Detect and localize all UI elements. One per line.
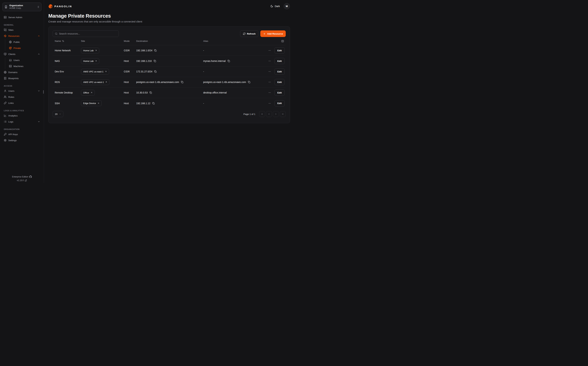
org-selector[interactable]: Organization ACME Corp. bbox=[2, 3, 41, 11]
site-link-button[interactable]: Home Lab bbox=[81, 48, 99, 53]
sidebar-item-logs[interactable]: Logs bbox=[2, 119, 41, 125]
site-label: AWS VPC us-west-1 bbox=[83, 81, 104, 84]
sidebar-item-settings[interactable]: Settings bbox=[2, 137, 41, 144]
search-input[interactable] bbox=[59, 32, 117, 35]
copy-destination-button[interactable] bbox=[153, 60, 156, 62]
site-link-button[interactable]: Office bbox=[81, 90, 95, 96]
user-avatar[interactable]: M bbox=[284, 3, 290, 9]
sidebar-item-public[interactable]: Public bbox=[6, 39, 41, 45]
add-resource-button[interactable]: Add Resource bbox=[260, 30, 286, 37]
search-box bbox=[53, 30, 119, 37]
sidebar-item-roles[interactable]: Roles bbox=[2, 94, 41, 100]
chevron-up-icon[interactable] bbox=[38, 35, 40, 37]
edit-button[interactable]: Edit bbox=[274, 69, 285, 75]
resource-name: SSH bbox=[53, 102, 79, 105]
table-row: RDS AWS VPC us-west-1 Host postgres.us-e… bbox=[53, 77, 286, 87]
row-actions-button[interactable] bbox=[268, 48, 272, 53]
column-settings-button[interactable] bbox=[280, 39, 285, 43]
table-header: Name Site Mode Destination Alias bbox=[53, 37, 286, 45]
row-actions-button[interactable] bbox=[268, 91, 272, 95]
copy-destination-button[interactable] bbox=[149, 91, 152, 94]
sidebar-item-machines[interactable]: Machines bbox=[6, 63, 41, 69]
sidebar-item-resources[interactable]: Resources bbox=[2, 33, 41, 39]
site-link-button[interactable]: AWS VPC us-west-1 bbox=[81, 79, 110, 85]
site-link-button[interactable]: Edge Device bbox=[81, 100, 102, 106]
brand: PANGOLIN bbox=[48, 4, 72, 8]
clients-subtree: Users Machines bbox=[5, 57, 41, 69]
version-link[interactable]: v1.13.0 bbox=[0, 179, 44, 182]
resource-alias: desktop.office.internal bbox=[203, 91, 227, 94]
resources-card: Refresh Add Resource Name Site Mode Dest… bbox=[48, 26, 290, 123]
site-link-button[interactable]: AWS VPC us-east-1 bbox=[81, 69, 109, 75]
copy-alias-button[interactable] bbox=[227, 60, 230, 62]
row-actions-button[interactable] bbox=[268, 69, 272, 74]
sidebar-item-label: Machines bbox=[14, 65, 40, 68]
chart-line-icon bbox=[4, 114, 7, 117]
combine-icon bbox=[4, 29, 7, 31]
chevron-down-icon[interactable] bbox=[38, 121, 40, 123]
theme-toggle[interactable]: Dark bbox=[270, 5, 280, 8]
refresh-button[interactable]: Refresh bbox=[240, 30, 258, 37]
resource-mode: CIDR bbox=[122, 70, 134, 73]
sidebar-item-users[interactable]: Users bbox=[2, 88, 41, 94]
edition-label: Enterprise Edition bbox=[12, 175, 29, 178]
sidebar-item-analytics[interactable]: Analytics bbox=[2, 113, 41, 119]
sidebar-item-sites[interactable]: Sites bbox=[2, 27, 41, 33]
sidebar-scrollbar-thumb[interactable] bbox=[43, 90, 44, 94]
arrow-up-right-icon bbox=[95, 49, 97, 52]
theme-label: Dark bbox=[275, 5, 280, 8]
resource-mode: Host bbox=[122, 81, 134, 84]
server-icon bbox=[9, 65, 12, 68]
sidebar-item-blueprints[interactable]: Blueprints bbox=[2, 75, 41, 81]
sort-by-name-button[interactable]: Name bbox=[55, 40, 64, 42]
copy-destination-button[interactable] bbox=[154, 70, 157, 73]
row-actions-button[interactable] bbox=[268, 59, 272, 63]
sidebar-item-server-admin[interactable]: Server Admin bbox=[2, 14, 41, 20]
sidebar-nav: Server Admin GENERAL Sites Resources Pub… bbox=[2, 14, 41, 144]
site-label: Office bbox=[83, 92, 89, 94]
table-row: Remote Desktop Office Host 10.30.0.53 de… bbox=[53, 87, 286, 98]
sidebar-item-api-keys[interactable]: API Keys bbox=[2, 131, 41, 137]
pangolin-logo-icon bbox=[48, 4, 53, 8]
site-link-button[interactable]: Home Lab bbox=[81, 58, 99, 64]
resource-name: Remote Desktop bbox=[53, 91, 79, 94]
globe-lock-icon bbox=[9, 47, 12, 49]
first-page-button[interactable] bbox=[259, 111, 265, 117]
page-info: Page 1 of 1 bbox=[243, 113, 255, 115]
last-page-button[interactable] bbox=[280, 111, 286, 117]
resource-mode: Host bbox=[122, 60, 134, 62]
sidebar-item-clients[interactable]: Clients bbox=[2, 51, 41, 57]
sidebar-item-label: Server Admin bbox=[8, 16, 40, 19]
column-header-destination: Destination bbox=[134, 40, 201, 42]
row-actions-button[interactable] bbox=[268, 80, 272, 84]
copy-destination-button[interactable] bbox=[181, 81, 184, 84]
row-actions-button[interactable] bbox=[268, 101, 272, 105]
topbar: PANGOLIN Dark M bbox=[44, 0, 294, 9]
resource-alias: - bbox=[203, 49, 204, 52]
copy-destination-button[interactable] bbox=[152, 102, 155, 105]
pagination: 20 Page 1 of 1 bbox=[53, 108, 286, 120]
copy-destination-button[interactable] bbox=[154, 49, 157, 52]
edit-button[interactable]: Edit bbox=[274, 47, 285, 53]
site-label: Home Lab bbox=[83, 60, 94, 62]
sidebar-item-private[interactable]: Private bbox=[6, 45, 41, 51]
previous-page-button[interactable] bbox=[266, 111, 272, 117]
edition-link[interactable]: Enterprise Edition bbox=[0, 175, 44, 178]
chevron-up-icon[interactable] bbox=[38, 53, 40, 55]
copy-alias-button[interactable] bbox=[248, 81, 251, 84]
edit-button[interactable]: Edit bbox=[274, 100, 285, 107]
resource-mode: Host bbox=[122, 102, 134, 105]
sidebar-item-label: API Keys bbox=[8, 133, 40, 136]
edit-button[interactable]: Edit bbox=[274, 90, 285, 96]
sidebar-item-domains[interactable]: Domains bbox=[2, 69, 41, 75]
next-page-button[interactable] bbox=[273, 111, 279, 117]
sidebar-item-client-users[interactable]: Users bbox=[6, 57, 41, 63]
chevron-down-icon[interactable] bbox=[38, 90, 40, 92]
site-label: Edge Device bbox=[83, 102, 96, 105]
column-header-name: Name bbox=[55, 40, 61, 42]
page-size-select[interactable]: 20 bbox=[53, 111, 63, 117]
sidebar-item-links[interactable]: Links bbox=[2, 100, 41, 106]
sidebar-item-label: Roles bbox=[8, 96, 40, 98]
edit-button[interactable]: Edit bbox=[274, 58, 285, 64]
edit-button[interactable]: Edit bbox=[274, 79, 285, 85]
